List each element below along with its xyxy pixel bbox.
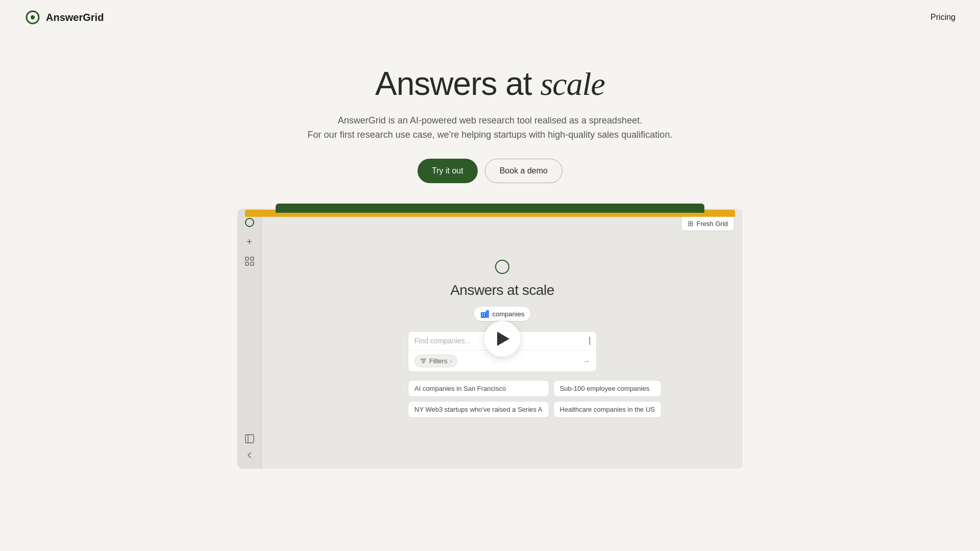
sidebar-collapse-icon[interactable] (244, 433, 255, 444)
inner-app-title: Answers at scale (450, 282, 554, 298)
svg-rect-2 (246, 257, 249, 260)
pricing-link[interactable]: Pricing (930, 13, 955, 22)
svg-rect-5 (251, 262, 254, 265)
svg-rect-4 (246, 262, 249, 265)
svg-rect-12 (482, 315, 483, 316)
app-sidebar: + (237, 209, 262, 469)
grid-icon-svg (245, 257, 254, 266)
svg-rect-8 (481, 312, 486, 318)
svg-point-1 (31, 15, 35, 19)
app-preview-container: + (237, 209, 743, 469)
sidebar-add-icon[interactable]: + (244, 236, 255, 247)
svg-rect-6 (246, 435, 254, 443)
sidebar-bottom-icons (244, 311, 255, 461)
play-icon (497, 332, 509, 346)
svg-rect-9 (486, 310, 489, 318)
suggestion-chip-1[interactable]: Sub-100 employee companies (553, 380, 662, 397)
companies-icon (480, 309, 489, 318)
svg-rect-11 (484, 313, 485, 314)
fresh-grid-plus-icon: ⊞ (688, 219, 694, 228)
book-demo-button[interactable]: Book a demo (485, 159, 562, 183)
svg-rect-13 (484, 315, 485, 316)
answergrid-logo-icon (24, 9, 41, 26)
logo-text: AnswerGrid (46, 12, 104, 23)
fresh-grid-button[interactable]: ⊞ Fresh Grid (681, 216, 734, 231)
hero-title: Answers at scale (375, 65, 605, 103)
hero-buttons: Try it out Book a demo (418, 159, 562, 183)
suggestion-chips: AI companies in San Francisco Sub-100 em… (408, 380, 597, 418)
collapse-icon-svg (245, 434, 254, 443)
logos-strip: companies (474, 307, 531, 321)
app-main: ⊞ Fresh Grid Answers at scale (262, 209, 743, 469)
filter-icon (420, 358, 427, 364)
video-play-button[interactable] (484, 321, 520, 357)
search-submit-arrow[interactable]: → (583, 357, 590, 365)
search-cursor (590, 337, 591, 345)
svg-rect-10 (482, 313, 483, 314)
svg-rect-3 (251, 257, 254, 260)
companies-chip: companies (474, 307, 531, 321)
hero-subtitle: AnswerGrid is an AI-powered web research… (308, 113, 673, 143)
suggestion-chip-3[interactable]: Healthcare companies in the US (553, 401, 662, 418)
hero-section: Answers at scale AnswerGrid is an AI-pow… (0, 35, 980, 204)
sidebar-arrow-icon[interactable] (244, 449, 255, 461)
suggestion-chip-2[interactable]: NY Web3 startups who've raised a Series … (408, 401, 549, 418)
circle-icon (245, 218, 254, 227)
filters-button[interactable]: Filters › (414, 355, 457, 367)
sidebar-home-icon[interactable] (244, 217, 255, 228)
suggestion-chip-0[interactable]: AI companies in San Francisco (408, 380, 549, 397)
plus-icon: + (247, 237, 252, 247)
app-layout: + (237, 209, 743, 469)
inner-logo-circle (495, 260, 509, 274)
preview-bar-green (276, 204, 704, 213)
try-it-out-button[interactable]: Try it out (418, 159, 478, 183)
arrow-left-icon-svg (245, 450, 254, 460)
sidebar-grid-icon[interactable] (244, 256, 255, 267)
filters-chevron: › (450, 358, 452, 364)
preview-outer: + (0, 204, 980, 469)
logo: AnswerGrid (24, 9, 104, 26)
navbar: AnswerGrid Pricing (0, 0, 980, 35)
